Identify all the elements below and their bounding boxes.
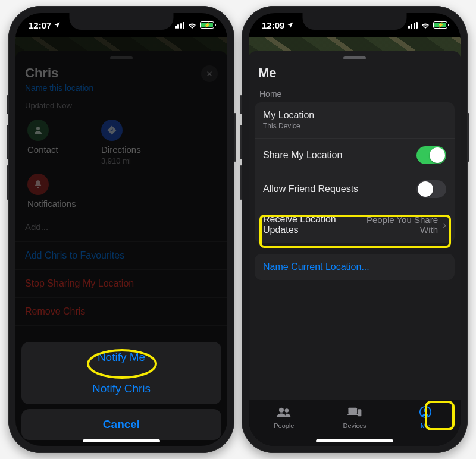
notch <box>70 13 174 30</box>
notify-me-option[interactable]: Notify Me <box>21 342 221 373</box>
home-indicator[interactable] <box>83 439 160 442</box>
receive-updates-label: Receive Location Updates <box>263 214 355 235</box>
svg-rect-3 <box>348 408 357 414</box>
person-options-list: Add Chris to Favourites Stop Sharing My … <box>15 241 227 326</box>
updated-label: Updated Now <box>15 96 227 111</box>
battery-icon: ⚡ <box>200 21 214 29</box>
notify-friend-option[interactable]: Notify Chris <box>21 373 221 404</box>
phone-right: 12:09 ⚡ Me Home <box>242 6 468 453</box>
location-services-icon <box>287 20 294 30</box>
share-location-label: Share My Location <box>263 150 416 161</box>
svg-point-2 <box>285 408 289 413</box>
name-location-group: Name Current Location... <box>255 254 455 280</box>
notifications-action[interactable]: Notifications <box>27 174 81 209</box>
devices-icon <box>347 405 362 420</box>
allow-requests-label: Allow Friend Requests <box>263 184 416 194</box>
my-location-value: This Device <box>263 122 446 130</box>
battery-icon: ⚡ <box>433 21 447 29</box>
people-icon <box>276 405 292 420</box>
section-label-home: Home <box>249 81 461 102</box>
status-time: 12:07 <box>29 20 51 30</box>
share-location-toggle[interactable] <box>416 146 446 164</box>
action-row: Contact Directions 3,910 mi <box>15 111 227 174</box>
cellular-icon <box>408 22 418 29</box>
close-button[interactable] <box>201 65 218 82</box>
chevron-right-icon: › <box>438 219 446 231</box>
wifi-icon <box>421 20 430 30</box>
page-title: Me <box>258 65 277 81</box>
directions-icon <box>101 120 123 141</box>
directions-label: Directions <box>101 144 141 155</box>
svg-point-1 <box>279 408 284 413</box>
tab-me[interactable]: Me <box>390 400 461 446</box>
my-location-label: My Location <box>263 110 314 120</box>
status-time: 12:09 <box>262 20 284 30</box>
location-services-icon <box>54 20 61 30</box>
screen-left: 12:07 ⚡ Chris <box>15 13 227 446</box>
bell-icon <box>27 174 49 195</box>
svg-rect-5 <box>358 409 362 416</box>
allow-requests-row: Allow Friend Requests <box>255 172 455 206</box>
directions-action[interactable]: Directions 3,910 mi <box>101 120 155 165</box>
contact-label: Contact <box>27 144 58 155</box>
notifications-label: Notifications <box>27 199 76 209</box>
contact-action[interactable]: Contact <box>27 120 81 165</box>
name-current-location-label: Name Current Location... <box>263 262 446 272</box>
settings-group: My Location This Device Share My Locatio… <box>255 102 455 243</box>
tab-people[interactable]: People <box>249 400 320 446</box>
svg-point-0 <box>36 127 40 130</box>
cancel-button[interactable]: Cancel <box>21 409 221 440</box>
name-location-link[interactable]: Name this location <box>15 82 227 96</box>
svg-rect-4 <box>347 414 358 415</box>
phone-left: 12:07 ⚡ Chris <box>8 6 234 453</box>
allow-requests-toggle[interactable] <box>416 180 446 198</box>
contact-icon <box>27 120 49 141</box>
receive-updates-value: People You Share With <box>355 215 438 235</box>
action-sheet: Notify Me Notify Chris Cancel <box>21 342 221 440</box>
wifi-icon <box>187 20 197 30</box>
directions-distance: 3,910 mi <box>101 156 131 165</box>
tab-label: People <box>274 422 294 429</box>
remove-person-row[interactable]: Remove Chris <box>15 298 227 326</box>
cellular-icon <box>175 22 185 29</box>
home-indicator[interactable] <box>316 439 393 442</box>
stop-sharing-row[interactable]: Stop Sharing My Location <box>15 270 227 298</box>
me-card: Me Home My Location This Device Share My… <box>249 51 461 446</box>
add-notification[interactable]: Add... <box>15 217 227 241</box>
name-current-location-row[interactable]: Name Current Location... <box>255 254 455 280</box>
tab-label: Devices <box>343 422 366 429</box>
svg-point-7 <box>424 408 427 412</box>
add-favourites-row[interactable]: Add Chris to Favourites <box>15 242 227 270</box>
screen-right: 12:09 ⚡ Me Home <box>249 13 461 446</box>
receive-updates-row[interactable]: Receive Location Updates People You Shar… <box>255 206 455 243</box>
notch <box>303 13 407 30</box>
tab-label: Me <box>421 422 430 429</box>
share-location-row: Share My Location <box>255 138 455 172</box>
person-name: Chris <box>25 65 58 81</box>
me-icon <box>418 405 433 420</box>
my-location-row[interactable]: My Location This Device <box>255 102 455 138</box>
